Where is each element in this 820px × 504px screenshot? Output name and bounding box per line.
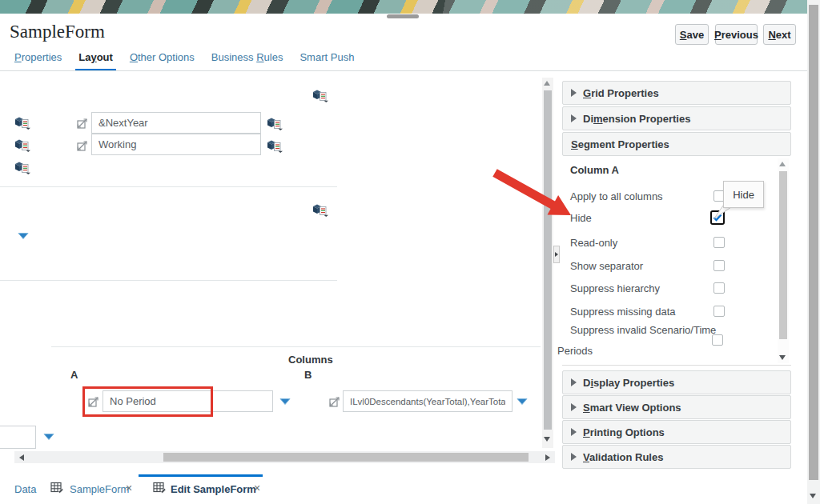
label-part: La <box>78 51 90 63</box>
section-smart-view-options[interactable]: Smart View Options <box>562 395 791 419</box>
tab-bar-divider <box>0 70 807 71</box>
label-part: Business <box>211 51 256 63</box>
label-part: roperties <box>22 51 62 63</box>
next-button[interactable]: Next <box>763 24 796 45</box>
checkbox-label: Suppress missing data <box>570 306 676 318</box>
scroll-down-arrow-icon[interactable] <box>810 494 816 498</box>
column-b-member-input[interactable] <box>343 390 512 412</box>
section-label: Grid Properties <box>583 87 659 99</box>
scroll-up-arrow-icon[interactable] <box>779 162 786 166</box>
checkbox-label: Suppress hierarchy <box>570 282 660 294</box>
decorative-theme-banner <box>0 0 807 14</box>
section-label: Display Properties <box>583 377 674 389</box>
tab-smart-push[interactable]: Smart Push <box>299 51 354 71</box>
scroll-up-arrow-icon[interactable] <box>544 81 550 86</box>
dimension-selector-icon[interactable] <box>14 161 31 174</box>
suppress-missing-data-checkbox[interactable] <box>713 306 725 317</box>
suppress-hierarchy-checkbox[interactable] <box>713 282 725 294</box>
footer-tab-sampleform[interactable]: SampleForm <box>70 483 129 495</box>
dimension-selector-icon[interactable] <box>312 89 329 102</box>
dimension-selector-icon[interactable] <box>267 139 283 153</box>
dimension-selector-icon[interactable] <box>14 116 31 130</box>
expand-triangle-icon <box>571 378 577 386</box>
drag-handle[interactable] <box>387 14 419 18</box>
label-part: y <box>90 51 96 63</box>
section-segment-properties[interactable]: Segment Properties <box>562 132 791 156</box>
close-icon[interactable]: × <box>254 482 260 494</box>
horizontal-scrollbar-thumb[interactable] <box>163 453 529 462</box>
page-scrollbar-thumb[interactable] <box>809 5 818 480</box>
label-part: egment Properties <box>578 138 669 150</box>
pov-member-input[interactable] <box>91 112 261 134</box>
column-a-label: A <box>70 369 78 381</box>
section-grid-properties[interactable]: Grid Properties <box>562 81 791 105</box>
scroll-down-arrow-icon[interactable] <box>779 355 786 360</box>
expand-triangle-icon <box>571 114 577 122</box>
section-printing-options[interactable]: Printing Options <box>562 420 791 444</box>
scroll-left-arrow-icon[interactable] <box>19 454 24 461</box>
expand-triangle-icon <box>571 89 577 97</box>
dropdown-triangle-icon[interactable] <box>43 433 54 441</box>
tab-layout[interactable]: Layout <box>75 51 116 71</box>
hide-tooltip: Hide <box>723 181 764 208</box>
label-part: ther Options <box>138 51 195 63</box>
scroll-down-arrow-icon[interactable] <box>544 437 550 442</box>
section-label: Smart View Options <box>583 402 681 414</box>
footer-tab-edit-sampleform[interactable]: Edit SampleForm <box>171 483 256 495</box>
suppress-invalid-scenario-checkbox[interactable] <box>712 334 723 346</box>
form-grid-icon <box>50 481 64 494</box>
dimension-selector-icon[interactable] <box>14 138 31 152</box>
columns-group-label: Columns <box>288 354 333 366</box>
label-part: ave <box>686 29 704 41</box>
label-part: P <box>14 51 22 63</box>
label-part: mart View Options <box>590 402 681 414</box>
dimension-selector-icon[interactable] <box>312 203 329 217</box>
expand-triangle-icon <box>571 403 577 411</box>
label-part: rinting Options <box>590 426 665 438</box>
panel-scrollbar-thumb[interactable] <box>779 171 787 339</box>
checkbox-label: Apply to all columns <box>570 190 663 202</box>
section-validation-rules[interactable]: Validation Rules <box>562 445 791 469</box>
show-separator-checkbox[interactable] <box>713 260 725 271</box>
column-a-member-input[interactable] <box>102 390 273 412</box>
grid-section-divider <box>0 280 337 281</box>
pov-member-input[interactable] <box>91 134 261 155</box>
dropdown-triangle-icon[interactable] <box>517 398 528 406</box>
checkbox-label: Show separator <box>570 260 643 272</box>
member-selector-icon[interactable] <box>76 139 89 152</box>
checkbox-row: Suppress missing data <box>570 300 725 322</box>
member-selector-icon[interactable] <box>87 395 100 408</box>
tab-business-rules[interactable]: Business Rules <box>211 51 283 71</box>
dimension-selector-icon[interactable] <box>267 117 283 130</box>
label-part: S <box>571 138 578 150</box>
footer-tab-data[interactable]: Data <box>14 483 36 495</box>
save-button[interactable]: Save <box>675 24 709 45</box>
member-selector-icon[interactable] <box>328 395 341 408</box>
member-selector-icon[interactable] <box>76 117 89 130</box>
label-part: V <box>583 451 589 463</box>
label-part: P <box>583 426 590 438</box>
grid-vertical-scrollbar-thumb[interactable] <box>544 90 552 430</box>
label-part: O <box>130 51 138 63</box>
section-dimension-properties[interactable]: Dimension Properties <box>562 106 791 130</box>
label-part: N <box>768 29 775 41</box>
label-part: rid Properties <box>591 87 659 99</box>
dropdown-triangle-icon[interactable] <box>279 398 291 406</box>
form-grid-icon <box>153 481 167 494</box>
label-part: alidation Rules <box>589 451 663 463</box>
active-tab-indicator <box>139 474 263 477</box>
read-only-checkbox[interactable] <box>713 237 725 248</box>
dropdown-triangle-icon[interactable] <box>18 232 29 240</box>
previous-button[interactable]: Previous <box>715 24 758 45</box>
scroll-right-arrow-icon[interactable] <box>545 454 550 461</box>
panel-collapse-handle[interactable] <box>553 246 560 263</box>
close-icon[interactable]: × <box>126 482 132 494</box>
label-part: revious <box>722 29 758 41</box>
label-part: P <box>714 29 722 41</box>
edit-form-window: SampleForm Save Previous Next Properties… <box>0 0 820 504</box>
tab-other-options[interactable]: Other Options <box>130 51 195 71</box>
column-b-label: B <box>304 369 312 381</box>
tab-properties[interactable]: Properties <box>14 51 62 71</box>
section-display-properties[interactable]: Display Properties <box>562 370 791 394</box>
row-member-input[interactable] <box>0 426 36 449</box>
